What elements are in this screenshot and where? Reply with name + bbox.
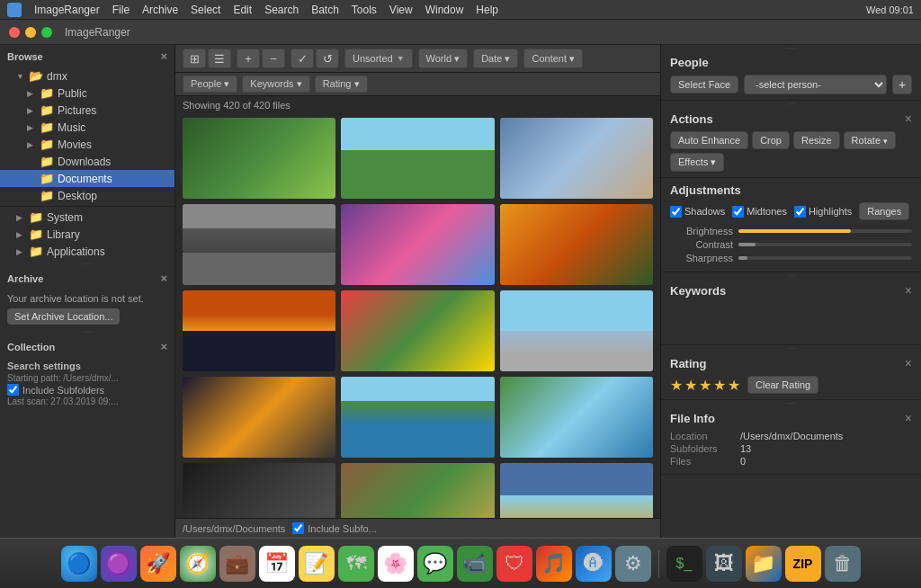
- tree-item-system[interactable]: ▶ 📁 System: [0, 209, 174, 226]
- crop-button[interactable]: Crop: [752, 131, 790, 149]
- person-select[interactable]: -select person-: [744, 75, 887, 94]
- tree-item-desktop[interactable]: ▶ 📁 Desktop: [0, 187, 174, 204]
- photo-grid[interactable]: [175, 114, 660, 518]
- star-1[interactable]: ★: [670, 377, 683, 394]
- auto-enhance-button[interactable]: Auto Enhance: [670, 131, 748, 149]
- photo-thumbnail[interactable]: [500, 204, 653, 285]
- menu-help[interactable]: Help: [476, 4, 498, 16]
- include-subfolders-bottom-checkbox[interactable]: [292, 522, 304, 534]
- menu-window[interactable]: Window: [425, 4, 464, 16]
- zoom-out-button[interactable]: −: [262, 49, 285, 68]
- menu-select[interactable]: Select: [191, 4, 220, 16]
- browse-close-icon[interactable]: ×: [160, 49, 167, 63]
- sort-dropdown[interactable]: Unsorted ▼: [344, 49, 413, 68]
- tree-item-movies[interactable]: ▶ 📁 Movies: [0, 136, 174, 153]
- sharpness-slider[interactable]: [738, 256, 912, 260]
- photo-thumbnail[interactable]: [183, 377, 335, 458]
- archive-close-icon[interactable]: ×: [160, 272, 167, 285]
- file-info-close-icon[interactable]: ×: [905, 411, 912, 425]
- tree-item-applications[interactable]: ▶ 📁 Applications: [0, 243, 174, 260]
- dock-calendar[interactable]: 📅: [259, 546, 295, 582]
- date-dropdown[interactable]: Date ▾: [473, 49, 518, 68]
- dock-photos[interactable]: 🌸: [378, 546, 414, 582]
- midtones-check[interactable]: Midtones: [732, 206, 787, 218]
- dock-zip[interactable]: ZIP: [785, 546, 821, 582]
- world-dropdown[interactable]: World ▾: [418, 49, 469, 68]
- list-view-button[interactable]: ☰: [208, 49, 231, 68]
- collection-close-icon[interactable]: ×: [160, 340, 167, 353]
- maximize-button[interactable]: [41, 27, 52, 38]
- contrast-slider[interactable]: [738, 243, 912, 246]
- photo-thumbnail[interactable]: [183, 290, 335, 371]
- menu-app-name[interactable]: ImageRanger: [34, 4, 100, 16]
- dock-music[interactable]: 🎵: [536, 546, 572, 582]
- photo-thumbnail[interactable]: [341, 377, 494, 458]
- shadows-check[interactable]: Shadows: [670, 206, 725, 218]
- check-button[interactable]: ✓: [291, 49, 314, 68]
- photo-thumbnail[interactable]: [500, 290, 653, 371]
- dock-notes[interactable]: 📝: [299, 546, 335, 582]
- dock-imageviewer[interactable]: 🖼: [706, 546, 742, 582]
- menu-batch[interactable]: Batch: [311, 4, 339, 16]
- star-rating[interactable]: ★ ★ ★ ★ ★: [670, 377, 740, 394]
- rating-close-icon[interactable]: ×: [905, 356, 912, 370]
- close-button[interactable]: [9, 27, 20, 38]
- grid-view-button[interactable]: ⊞: [183, 49, 206, 68]
- photo-thumbnail[interactable]: [183, 463, 335, 518]
- dock-appstore[interactable]: 🅐: [576, 546, 612, 582]
- tree-item-dmx[interactable]: ▼ 📂 dmx: [0, 67, 174, 85]
- minimize-button[interactable]: [25, 27, 36, 38]
- ranges-button[interactable]: Ranges: [859, 202, 909, 220]
- photo-thumbnail[interactable]: [341, 204, 494, 285]
- dock-vpn[interactable]: 🛡: [496, 546, 532, 582]
- photo-thumbnail[interactable]: [500, 463, 653, 518]
- photo-thumbnail[interactable]: [500, 377, 653, 458]
- zoom-in-button[interactable]: +: [237, 49, 260, 68]
- menu-file[interactable]: File: [112, 4, 130, 16]
- dock-trash[interactable]: 🗑: [825, 546, 861, 582]
- tree-item-documents[interactable]: ▶ 📁 Documents: [0, 170, 174, 187]
- dock-siri[interactable]: 🟣: [101, 546, 137, 582]
- keywords-close-icon[interactable]: ×: [905, 283, 912, 298]
- star-2[interactable]: ★: [684, 377, 697, 394]
- include-subfolders-checkbox[interactable]: [7, 384, 19, 396]
- dock-facetime[interactable]: 📹: [457, 546, 493, 582]
- menu-edit[interactable]: Edit: [233, 4, 252, 16]
- refresh-button[interactable]: ↺: [316, 49, 339, 68]
- photo-thumbnail[interactable]: [341, 463, 494, 518]
- rotate-button[interactable]: Rotate ▾: [844, 131, 896, 149]
- clear-rating-button[interactable]: Clear Rating: [747, 376, 818, 394]
- highlights-check[interactable]: Highlights: [794, 206, 852, 218]
- tree-item-public[interactable]: ▶ 📁 Public: [0, 85, 174, 102]
- tree-item-downloads[interactable]: ▶ 📁 Downloads: [0, 153, 174, 170]
- menu-view[interactable]: View: [389, 4, 413, 16]
- keywords-filter-button[interactable]: Keywords ▾: [242, 76, 309, 93]
- brightness-slider[interactable]: [738, 229, 912, 233]
- people-filter-button[interactable]: People ▾: [183, 76, 237, 93]
- dock-terminal[interactable]: $_: [666, 546, 702, 582]
- dock-maps[interactable]: 🗺: [338, 546, 374, 582]
- dock-prefs[interactable]: ⚙: [615, 546, 651, 582]
- tree-item-library[interactable]: ▶ 📁 Library: [0, 226, 174, 243]
- photo-thumbnail[interactable]: [341, 118, 494, 199]
- set-archive-location-button[interactable]: Set Archive Location...: [7, 308, 120, 325]
- star-5[interactable]: ★: [728, 377, 740, 394]
- photo-thumbnail[interactable]: [183, 204, 335, 285]
- menu-search[interactable]: Search: [264, 4, 299, 16]
- menu-archive[interactable]: Archive: [142, 4, 178, 16]
- dock-files[interactable]: 📁: [746, 546, 782, 582]
- dock-briefcase[interactable]: 💼: [219, 546, 255, 582]
- actions-close-icon[interactable]: ×: [905, 111, 912, 126]
- keywords-area[interactable]: [670, 303, 912, 339]
- menu-tools[interactable]: Tools: [352, 4, 377, 16]
- photo-thumbnail[interactable]: [500, 118, 653, 199]
- content-dropdown[interactable]: Content ▾: [523, 49, 583, 68]
- add-person-button[interactable]: +: [892, 75, 912, 94]
- star-3[interactable]: ★: [699, 377, 711, 394]
- star-4[interactable]: ★: [713, 377, 726, 394]
- effects-button[interactable]: Effects ▾: [670, 153, 724, 172]
- dock-finder[interactable]: 🔵: [61, 546, 97, 582]
- photo-thumbnail[interactable]: [183, 118, 335, 199]
- tree-item-music[interactable]: ▶ 📁 Music: [0, 119, 174, 136]
- dock-launchpad[interactable]: 🚀: [140, 546, 176, 582]
